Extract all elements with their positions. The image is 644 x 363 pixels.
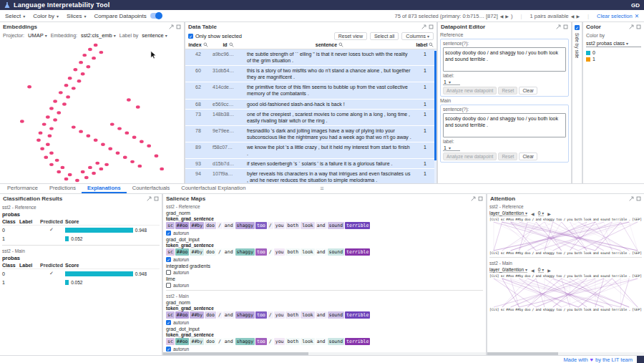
embedding-scatter[interactable] [0,39,184,183]
salience-token[interactable]: terrible [345,338,370,345]
user-badge[interactable]: GD [631,2,640,9]
table-row[interactable]: 68e569cc…good old-fashioned slash-and-ha… [185,100,436,110]
salience-token[interactable]: sc [166,248,175,256]
analyze-new-datapoint-button[interactable]: Analyze new datapoint [443,87,497,95]
salience-token[interactable]: sound [328,338,345,345]
only-show-selected-checkbox[interactable]: ✓ Only show selected [188,33,242,39]
salience-token[interactable]: and [316,338,327,345]
popout-icon[interactable] [147,196,152,201]
salience-token[interactable]: shaggy [235,248,255,256]
salience-token[interactable]: look [301,338,315,345]
salience-token[interactable]: both [286,248,300,256]
prev-pair-icon[interactable]: ◀ [571,14,575,19]
sentence-input[interactable]: scooby dooby doo / and shaggy too / you … [443,113,566,137]
table-row[interactable]: 93d15b7d…if steven soderbergh 's ` solar… [185,159,436,169]
salience-token[interactable]: / [217,248,223,256]
autorun-checkbox[interactable]: autorun [166,283,483,288]
salience-token[interactable]: shaggy [235,338,255,345]
salience-token[interactable]: sc [166,222,175,229]
popout-icon[interactable] [556,24,561,29]
color-by-menu[interactable]: Color by ▾ [33,13,59,19]
maximize-icon[interactable] [636,24,641,29]
tab-predictions[interactable]: Predictions [44,184,82,193]
salience-token[interactable]: both [286,311,300,319]
maximize-icon[interactable] [478,196,483,201]
salience-token[interactable]: you [274,248,286,256]
tab-explanations[interactable]: Explanations [82,184,127,193]
side-by-side-checkbox[interactable]: ✓ [575,25,580,30]
salience-token[interactable]: both [286,338,300,345]
salience-token[interactable]: ##by [190,338,204,345]
layer-select[interactable]: layer_0/attention▾ [489,267,527,273]
slices-menu[interactable]: Slices ▾ [67,13,86,19]
table-row[interactable]: 73148b38…one of the creepiest , scariest… [185,110,436,126]
tab-counterfactual-explanation[interactable]: Counterfactual Explanation [175,184,251,193]
salience-token[interactable]: / [268,311,273,319]
head-select[interactable]: 0▾ [538,210,545,216]
salience-token[interactable]: you [274,222,286,229]
table-row[interactable]: 89f58c07…we know the plot 's a little cr… [185,142,436,159]
salience-token[interactable]: doo [205,222,216,229]
salience-token[interactable]: you [274,311,286,319]
table-row[interactable]: 789e79ee…fresnadillo 's dark and jolting… [185,126,436,142]
autorun-checkbox[interactable]: ✓autorun [166,231,483,236]
search-icon[interactable] [338,42,343,47]
clear-selection-button[interactable]: Clear selection ✕ [597,13,639,19]
prev-head-icon[interactable]: ◀ [531,268,535,273]
search-icon[interactable] [203,42,208,47]
tab-counterfactuals[interactable]: Counterfactuals [127,184,176,193]
salience-token[interactable]: terrible [345,311,370,319]
select-menu[interactable]: Select ▾ [5,13,25,19]
maximize-icon[interactable] [636,196,641,201]
column-header-id[interactable]: id [211,41,245,49]
salience-token[interactable]: ##by [190,311,204,319]
maximize-icon[interactable] [176,24,181,29]
search-icon[interactable] [429,42,434,47]
salience-token[interactable]: and [223,222,235,229]
column-header-index[interactable]: index [185,41,211,49]
scrollbar-thumb[interactable] [434,51,436,160]
salience-token[interactable]: ##oo [175,222,190,229]
label-select[interactable]: 1▾ [443,145,460,151]
autorun-checkbox[interactable]: autorun [166,270,483,275]
salience-token[interactable]: too [255,338,267,345]
label-by-select[interactable]: sentence ▾ [142,32,167,39]
popout-icon[interactable] [421,24,426,29]
table-row[interactable]: 42a9bc96…the subtle strength of `` ellin… [185,49,436,66]
salience-token[interactable]: terrible [345,222,370,229]
autorun-checkbox[interactable]: ✓autorun [166,257,483,262]
layer-select[interactable]: layer_0/attention▾ [489,210,527,216]
drag-handle[interactable]: ≡ [320,185,323,192]
salience-token[interactable]: sound [328,248,345,256]
table-row[interactable]: 62414cde…the primitive force of this fil… [185,82,436,99]
column-header-label[interactable]: label [414,41,436,49]
salience-token[interactable]: doo [205,338,216,345]
salience-token[interactable]: / [268,222,273,229]
data-table-body[interactable]: 42a9bc96…the subtle strength of `` ellin… [185,49,436,183]
select-all-button[interactable]: Select all [370,32,399,40]
salience-token[interactable]: you [274,338,286,345]
salience-token[interactable]: / [217,338,223,345]
prev-datapoint-icon[interactable]: ◀ [500,14,504,19]
maximize-icon[interactable] [563,24,568,29]
reset-view-button[interactable]: Reset view [334,32,367,40]
salience-token[interactable]: and [316,222,327,229]
popout-icon[interactable] [629,196,634,201]
next-head-icon[interactable]: ▶ [547,211,551,216]
column-header-sentence[interactable]: sentence [245,41,414,49]
salience-token[interactable]: doo [205,248,216,256]
salience-token[interactable]: shaggy [235,222,255,229]
salience-token[interactable]: ##oo [175,338,190,345]
embedding-select[interactable]: sst2:cls_emb ▾ [81,32,116,39]
salience-token[interactable]: / [217,311,223,319]
salience-token[interactable]: ##by [190,248,204,256]
projector-select[interactable]: UMAP ▾ [28,32,47,39]
maximize-icon[interactable] [429,24,434,29]
salience-token[interactable]: and [316,248,327,256]
salience-token[interactable]: terrible [345,248,370,256]
next-datapoint-icon[interactable]: ▶ [505,14,509,19]
salience-token[interactable]: look [301,311,315,319]
analyze-new-datapoint-button[interactable]: Analyze new datapoint [443,153,497,160]
popout-icon[interactable] [629,24,634,29]
salience-token[interactable]: too [255,222,267,229]
